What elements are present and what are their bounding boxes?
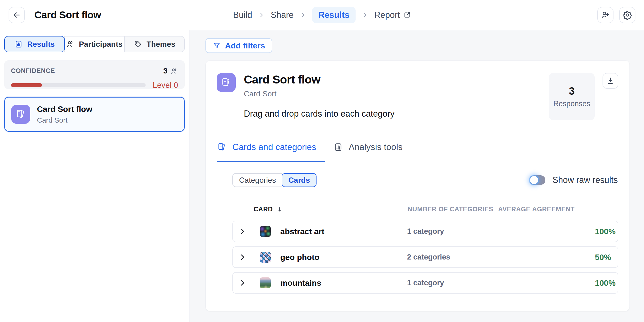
- users-icon: [66, 40, 74, 49]
- responses-count: 3: [569, 85, 575, 97]
- chevron-right-icon: [258, 12, 264, 18]
- breadcrumb-results[interactable]: Results: [312, 7, 356, 23]
- bar-chart-icon: [334, 142, 343, 152]
- toggle-knob: [530, 176, 538, 184]
- show-raw-results-label: Show raw results: [552, 175, 618, 185]
- flow-card-title: Card Sort flow: [37, 105, 92, 114]
- gear-icon: [622, 10, 632, 20]
- view-switch-categories[interactable]: Categories: [232, 173, 282, 187]
- card-sort-icon: [11, 105, 30, 124]
- settings-button[interactable]: [619, 7, 636, 23]
- breadcrumb-share[interactable]: Share: [271, 10, 294, 20]
- bar-chart-icon: [14, 40, 23, 49]
- table-row-mountains[interactable]: mountains 1 category 100%: [232, 272, 618, 294]
- card-name: mountains: [276, 278, 407, 288]
- card-name: geo photo: [276, 253, 407, 262]
- tab-analysis-tools[interactable]: Analysis tools: [333, 142, 411, 162]
- view-switch: Categories Cards: [232, 173, 316, 187]
- table-row-abstract-art[interactable]: abstract art 1 category 100%: [232, 221, 618, 242]
- sidebar-view-tabs: Results Participants Themes: [4, 36, 185, 52]
- users-icon: [170, 67, 178, 75]
- tab-cards-and-categories[interactable]: Cards and categories: [217, 142, 325, 162]
- confidence-label: CONFIDENCE: [11, 67, 55, 75]
- show-raw-results-toggle[interactable]: Show raw results: [530, 175, 618, 185]
- sidebar-tab-participants[interactable]: Participants: [64, 36, 125, 52]
- breadcrumb: Build Share Results Report: [233, 7, 411, 23]
- filter-funnel-icon: [212, 42, 221, 50]
- download-icon: [606, 77, 615, 85]
- top-bar: Card Sort flow Build Share Results Repor…: [0, 0, 644, 30]
- toggle-track[interactable]: [530, 175, 545, 185]
- card-category-count: 2 categories: [407, 253, 498, 261]
- column-header-card[interactable]: CARD: [254, 206, 408, 213]
- results-panel: Card Sort flow Card Sort Drag and drop c…: [206, 60, 630, 311]
- sidebar-tab-results[interactable]: Results: [4, 36, 65, 52]
- confidence-progress-fill: [11, 83, 42, 87]
- main-content: Add filters Card Sort flow Car: [190, 30, 644, 322]
- sidebar: Results Participants Themes CONFIDENCE 3: [0, 30, 190, 322]
- card-name: abstract art: [276, 227, 407, 236]
- chevron-right-icon: [238, 279, 248, 287]
- participant-count: 3: [163, 67, 178, 75]
- card-thumbnail-abstract-art: [260, 226, 271, 237]
- table-row-geo-photo[interactable]: geo photo 2 categories 50%: [232, 246, 618, 268]
- card-thumbnail-geo-photo: [260, 252, 271, 263]
- column-header-agreement: AVERAGE AGREEMENT: [498, 206, 618, 213]
- responses-label: Responses: [553, 100, 590, 108]
- column-header-categories: NUMBER OF CATEGORIES: [408, 206, 498, 213]
- confidence-progress-bar: [11, 83, 146, 87]
- card-category-count: 1 category: [407, 227, 498, 236]
- view-switch-cards[interactable]: Cards: [282, 173, 317, 187]
- arrow-left-icon: [12, 11, 21, 20]
- card-sort-icon: [217, 73, 236, 92]
- flow-card-subtitle: Card Sort: [37, 116, 92, 124]
- table-header: CARD NUMBER OF CATEGORIES AVERAGE AGREEM…: [232, 206, 618, 213]
- add-filters-button[interactable]: Add filters: [206, 38, 272, 53]
- card-thumbnail-mountains: [260, 277, 271, 288]
- back-button[interactable]: [8, 7, 25, 23]
- sidebar-flow-card-sort[interactable]: Card Sort flow Card Sort: [4, 97, 185, 132]
- page-title: Card Sort flow: [34, 9, 101, 21]
- chevron-right-icon: [238, 227, 248, 235]
- cards-table: CARD NUMBER OF CATEGORIES AVERAGE AGREEM…: [217, 206, 618, 294]
- sort-descending-icon: [276, 206, 283, 212]
- tag-icon: [134, 40, 142, 49]
- panel-tabs: Cards and categories Analysis tools: [217, 142, 618, 162]
- confidence-level: Level 0: [153, 81, 178, 90]
- user-add-icon: [600, 10, 610, 20]
- sidebar-tab-themes[interactable]: Themes: [124, 36, 185, 52]
- agreement-percent: 50%: [589, 253, 618, 262]
- invite-user-button[interactable]: [597, 7, 614, 23]
- flow-description: Drag and drop cards into each category: [244, 109, 394, 119]
- flow-title: Card Sort flow: [244, 73, 394, 86]
- external-link-icon: [403, 11, 411, 19]
- confidence-card: CONFIDENCE 3 Level 0: [4, 60, 185, 89]
- flow-type: Card Sort: [244, 90, 394, 98]
- breadcrumb-build[interactable]: Build: [233, 10, 252, 20]
- cards-icon: [217, 142, 227, 152]
- expand-row-button[interactable]: [238, 227, 248, 235]
- expand-row-button[interactable]: [238, 279, 248, 287]
- chevron-right-icon: [300, 12, 306, 18]
- download-button[interactable]: [602, 73, 618, 89]
- card-category-count: 1 category: [407, 278, 498, 287]
- responses-summary: 3 Responses: [549, 73, 595, 120]
- agreement-percent: 100%: [589, 227, 618, 236]
- agreement-percent: 100%: [589, 278, 618, 288]
- breadcrumb-report[interactable]: Report: [374, 10, 411, 20]
- chevron-right-icon: [362, 12, 368, 18]
- chevron-right-icon: [238, 253, 248, 261]
- expand-row-button[interactable]: [238, 253, 248, 261]
